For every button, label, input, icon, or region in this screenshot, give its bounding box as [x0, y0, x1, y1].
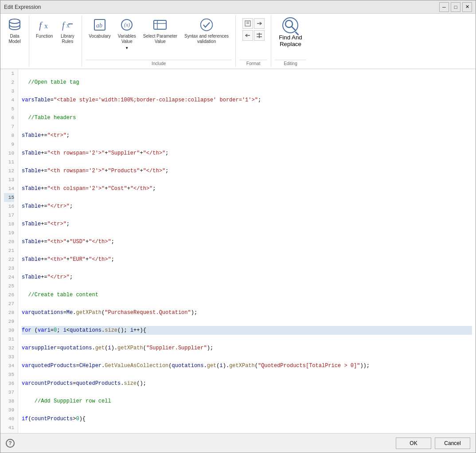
format-btn-3[interactable] — [242, 30, 253, 41]
select-parameter-button[interactable]: Select ParameterValue — [140, 15, 180, 49]
function-label: Function — [36, 34, 53, 39]
toolbar-group-format: Format — [236, 15, 271, 67]
code-line-6: sTable += "<th rowspan='2'>" + "Products… — [22, 166, 472, 175]
code-line-1: //Open table tag — [22, 78, 472, 87]
line-num-13: 13 — [4, 175, 14, 184]
code-line-7: sTable += "<th colspan='2'>" + "Cost" + … — [22, 184, 472, 193]
line-num-10: 10 — [4, 149, 14, 158]
dropdown-arrow: ▼ — [125, 46, 129, 50]
include-group-label: Include — [86, 60, 232, 67]
line-num-40: 40 — [4, 414, 14, 423]
code-editor[interactable]: //Open table tag var sTable = "<table st… — [18, 69, 476, 433]
ok-button[interactable]: OK — [396, 438, 431, 449]
svg-rect-10 — [154, 20, 166, 29]
toolbar-group-editing: Find AndReplace Editing — [271, 15, 310, 67]
code-line-18: var countProducts = quotedProducts.size(… — [22, 379, 472, 388]
line-num-18: 18 — [4, 220, 14, 228]
code-line-12: sTable += "</tr>"; — [22, 273, 472, 282]
line-num-31: 31 — [4, 335, 14, 344]
line-num-12: 12 — [4, 166, 14, 175]
svg-point-0 — [9, 19, 20, 23]
syntax-validation-label: Syntax and referencesvalidation — [184, 34, 229, 44]
code-line-17: var quotedProducts = CHelper.GetValueAsC… — [22, 361, 472, 370]
close-button[interactable]: ✕ — [462, 2, 472, 12]
toolbar-group-function: f x Function f x LibraryRules — [29, 15, 82, 67]
format-btn-4[interactable] — [254, 30, 265, 41]
code-line-5: sTable += "<th rowspan='2'>" + "Supplier… — [22, 149, 472, 158]
library-icon: f x — [60, 18, 74, 32]
cancel-button[interactable]: Cancel — [435, 438, 470, 449]
library-rules-button[interactable]: f x LibraryRules — [57, 15, 78, 49]
checkmark-icon — [199, 18, 214, 32]
library-rules-label: LibraryRules — [61, 34, 74, 44]
find-replace-button[interactable]: Find AndReplace — [275, 15, 306, 49]
toolbar-items-function: f x Function f x LibraryRules — [33, 15, 78, 67]
line-num-6: 6 — [4, 113, 14, 122]
svg-line-23 — [292, 27, 296, 31]
format-controls — [242, 15, 265, 60]
select-parameter-label: Select ParameterValue — [143, 34, 177, 44]
code-line-13: //Create table content — [22, 290, 472, 299]
vocabulary-button[interactable]: ab Vocabulary — [86, 15, 113, 49]
code-container[interactable]: 1 2 3 4 5 6 7 8 9 10 11 12 13 14 15 16 1… — [0, 69, 476, 433]
line-num-29: 29 — [4, 317, 14, 326]
dialog-buttons: OK Cancel — [396, 438, 470, 449]
code-line-8: sTable += "</tr>"; — [22, 202, 472, 211]
code-line-20: if(countProducts > 0){ — [22, 414, 472, 423]
svg-text:f: f — [39, 19, 43, 31]
database-icon — [8, 18, 22, 32]
svg-text:x: x — [66, 22, 70, 29]
line-num-5: 5 — [4, 105, 14, 113]
line-num-2: 2 — [4, 78, 14, 87]
line-num-14: 14 — [4, 184, 14, 193]
format-btn-2[interactable] — [254, 18, 265, 29]
toolbar-items-include: ab Vocabulary (x) VariablesValue ▼ — [86, 15, 232, 60]
function-button[interactable]: f x Function — [33, 15, 56, 49]
editor-area[interactable]: 1 2 3 4 5 6 7 8 9 10 11 12 13 14 15 16 1… — [0, 69, 476, 433]
vocabulary-icon: ab — [93, 18, 107, 32]
toolbar-items-data-model: DataModel — [4, 15, 25, 67]
syntax-validation-button[interactable]: Syntax and referencesvalidation — [181, 15, 232, 49]
help-button[interactable]: ? — [6, 439, 15, 448]
code-line-14: var quotations = Me.getXPath("PurchaseRe… — [22, 308, 472, 317]
line-num-35: 35 — [4, 370, 14, 379]
code-line-2: var sTable = "<table style='width:100%;b… — [22, 96, 472, 105]
window-title: Edit Expression — [4, 4, 41, 10]
code-line-4: sTable += "<tr>"; — [22, 131, 472, 140]
format-btn-1[interactable] — [242, 18, 253, 29]
format-row-2 — [242, 30, 265, 41]
line-num-21: 21 — [4, 246, 14, 255]
line-num-15: 15 — [4, 193, 14, 202]
line-num-22: 22 — [4, 255, 14, 264]
minimize-button[interactable]: ─ — [439, 2, 449, 12]
line-num-38: 38 — [4, 397, 14, 406]
line-num-7: 7 — [4, 122, 14, 131]
vocabulary-label: Vocabulary — [89, 34, 110, 39]
window-controls: ─ □ ✕ — [439, 2, 472, 12]
maximize-button[interactable]: □ — [451, 2, 460, 12]
line-num-34: 34 — [4, 361, 14, 370]
line-num-4: 4 — [4, 96, 14, 105]
data-model-button[interactable]: DataModel — [4, 15, 25, 49]
line-num-28: 28 — [4, 308, 14, 317]
svg-text:x: x — [44, 22, 48, 30]
data-model-label: DataModel — [8, 34, 20, 44]
line-num-30: 30 — [4, 326, 14, 335]
code-line-16: var supplier = quotations.get(i).getXPat… — [22, 344, 472, 352]
line-num-41: 41 — [4, 423, 14, 432]
variables-value-button[interactable]: (x) VariablesValue ▼ — [115, 15, 139, 49]
toolbar-group-include: ab Vocabulary (x) VariablesValue ▼ — [82, 15, 236, 67]
line-num-25: 25 — [4, 282, 14, 290]
line-num-39: 39 — [4, 406, 14, 414]
line-num-33: 33 — [4, 352, 14, 361]
code-line-9: sTable += "<tr>"; — [22, 220, 472, 228]
line-num-36: 36 — [4, 379, 14, 388]
line-num-19: 19 — [4, 228, 14, 237]
format-group-label: Format — [239, 60, 267, 67]
line-num-37: 37 — [4, 388, 14, 397]
toolbar-group-data-model: DataModel — [0, 15, 29, 67]
line-num-8: 8 — [4, 131, 14, 140]
line-num-32: 32 — [4, 344, 14, 352]
line-num-16: 16 — [4, 202, 14, 211]
svg-text:ab: ab — [96, 22, 102, 29]
